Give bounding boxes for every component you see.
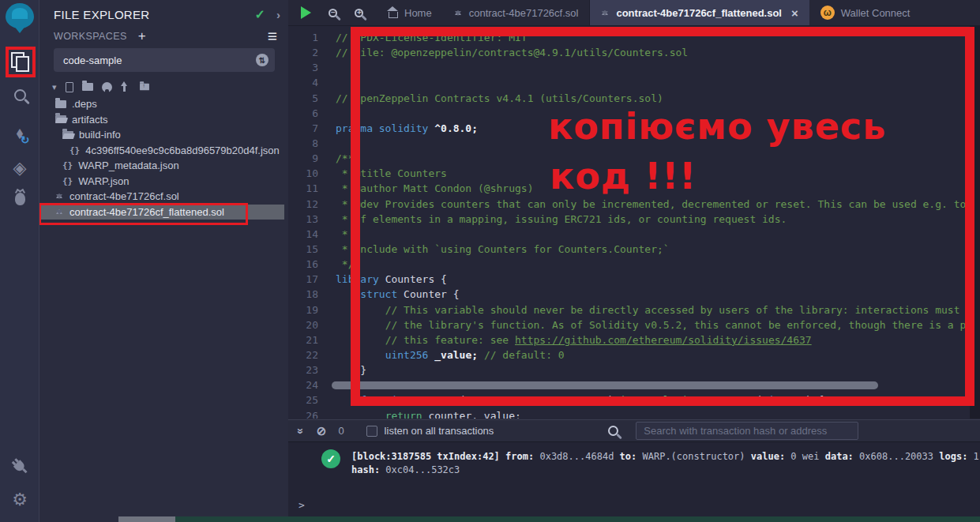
clear-transactions-icon[interactable]: ⊘ <box>317 424 327 438</box>
tree-item-artifacts[interactable]: artifacts <box>39 112 288 128</box>
code-line-8[interactable]: 8 <box>288 136 970 151</box>
code-line-14[interactable]: 14 * <box>288 227 970 242</box>
upload-folder-icon[interactable] <box>140 84 149 91</box>
line-number: 14 <box>288 228 336 240</box>
code-line-2[interactable]: 2// File: @openzeppelin/contracts@4.9.1/… <box>288 45 970 60</box>
wallet-connect-icon <box>820 6 835 20</box>
line-number: 18 <box>288 288 336 300</box>
run-script-button[interactable] <box>301 6 311 19</box>
code-line-25[interactable]: 25 function current(Counter storage coun… <box>288 392 970 407</box>
code-line-18[interactable]: 18 struct Counter { <box>288 287 970 302</box>
sidebar-item-solidity-compiler[interactable]: ⬧↻ <box>0 125 39 141</box>
bottom-scrollbar-track[interactable] <box>118 516 980 522</box>
tree-item-contract-4be71726cf-flattened-sol[interactable]: contract-4be71726cf_flattened.sol <box>39 205 284 220</box>
line-number: 4 <box>288 77 336 88</box>
code-line-17[interactable]: 17library Counters { <box>288 272 970 287</box>
sidebar-item-file-explorer[interactable] <box>0 52 39 69</box>
zoom-out-icon[interactable]: − <box>329 9 337 17</box>
code-line-12[interactable]: 12 * @dev Provides counters that can onl… <box>288 197 970 212</box>
tree-item-4c396ff540ee9c9c6ba8d96579b20d4f-json[interactable]: {}4c396ff540ee9c9c6ba8d96579b20d4f.json <box>39 143 288 159</box>
tree-item--deps[interactable]: .deps <box>39 96 288 112</box>
line-number: 26 <box>288 410 336 419</box>
code-line-5[interactable]: 5// OpenZeppelin Contracts v4.4.1 (utils… <box>288 91 970 106</box>
sidebar-item-debugger[interactable] <box>0 193 39 205</box>
tab-contract-label: contract-4be71726cf.sol <box>469 7 579 19</box>
file-name: artifacts <box>72 114 108 126</box>
hamburger-menu-icon[interactable]: ≡ <box>268 30 277 43</box>
sidebar-item-deploy-run[interactable]: ◈ <box>0 160 39 177</box>
app-logo[interactable] <box>0 3 39 28</box>
line-number: 10 <box>288 167 336 179</box>
line-number: 20 <box>288 319 336 331</box>
sidebar-item-plugin-manager[interactable] <box>0 458 39 471</box>
code-line-11[interactable]: 11 * @author Matt Condon (@shrugs) <box>288 181 970 196</box>
solidity-file-icon <box>55 206 64 218</box>
new-file-icon[interactable] <box>66 82 73 92</box>
code-line-13[interactable]: 13 * of elements in a mapping, issuing E… <box>288 212 970 227</box>
code-line-6[interactable]: 6 <box>288 106 970 121</box>
code-line-10[interactable]: 10 * @title Counters <box>288 166 970 181</box>
transaction-log[interactable]: ✓ [block:3187585 txIndex:42] from: 0x3d8… <box>288 442 980 477</box>
terminal-prompt[interactable]: > <box>299 499 305 511</box>
add-workspace-button[interactable]: + <box>138 28 146 44</box>
check-icon[interactable]: ✓ <box>255 7 265 22</box>
collapse-caret-icon[interactable]: ▾ <box>52 82 57 92</box>
editor-vertical-scrollbar[interactable] <box>970 26 980 419</box>
tree-item-warp-json[interactable]: {}WARP.json <box>39 174 288 190</box>
line-number: 22 <box>288 349 336 361</box>
sidebar-item-settings[interactable]: ⚙ <box>0 491 39 509</box>
upload-file-icon[interactable] <box>121 82 130 92</box>
file-name: WARP.json <box>78 175 129 187</box>
workspace-select[interactable]: code-sample ⇅ <box>54 48 275 72</box>
code-line-16[interactable]: 16 */ <box>288 257 970 272</box>
code-line-9[interactable]: 9/** <box>288 151 970 166</box>
folder-open-icon <box>62 131 73 139</box>
chevron-right-icon[interactable]: › <box>276 8 280 21</box>
folder-icon <box>55 100 66 108</box>
workspace-sort-icon[interactable]: ⇅ <box>256 54 268 66</box>
tab-home[interactable]: Home <box>377 0 443 25</box>
listen-checkbox[interactable] <box>366 426 377 437</box>
code-line-21[interactable]: 21 // this feature: see https://github.c… <box>288 332 970 347</box>
terminal-search-input[interactable] <box>636 422 858 440</box>
tab-wallet-connect[interactable]: Wallet Connect <box>809 0 922 25</box>
code-line-26[interactable]: 26 return counter._value; <box>288 408 970 419</box>
file-name: contract-4be71726cf_flattened.sol <box>69 206 224 218</box>
expand-terminal-icon[interactable]: » <box>295 428 307 434</box>
editor-horizontal-scrollbar-thumb[interactable] <box>332 381 878 389</box>
solidity-file-icon <box>601 7 610 19</box>
code-line-4[interactable]: 4 <box>288 75 970 90</box>
close-tab-icon[interactable]: × <box>791 6 798 20</box>
plug-icon <box>13 460 26 472</box>
line-number: 6 <box>288 107 336 119</box>
line-number: 25 <box>288 394 336 406</box>
new-folder-icon[interactable] <box>82 83 93 91</box>
tab-flattened-label: contract-4be71726cf_flattened.sol <box>616 7 782 19</box>
file-explorer-icon <box>11 52 28 69</box>
log-line: hash: 0xc04...532c3 <box>351 464 980 477</box>
code-line-22[interactable]: 22 uint256 _value; // default: 0 <box>288 347 970 362</box>
tree-item-build-info[interactable]: build-info <box>39 127 288 143</box>
success-check-icon: ✓ <box>321 449 340 468</box>
code-line-20[interactable]: 20 // the library's function. As of Soli… <box>288 317 970 332</box>
line-number: 5 <box>288 92 336 104</box>
code-line-7[interactable]: 7pragma solidity ^0.8.0; <box>288 121 970 136</box>
bottom-scrollbar-thumb[interactable] <box>118 516 175 522</box>
tab-contract-sol[interactable]: contract-4be71726cf.sol <box>443 0 590 25</box>
clone-github-icon[interactable] <box>102 82 112 92</box>
sidebar-item-search[interactable] <box>0 89 39 101</box>
code-line-19[interactable]: 19 // This variable should never be dire… <box>288 302 970 317</box>
line-number: 12 <box>288 198 336 210</box>
tree-item-contract-4be71726cf-sol[interactable]: contract-4be71726cf.sol <box>39 189 288 205</box>
code-line-3[interactable]: 3 <box>288 60 970 75</box>
zoom-in-icon[interactable]: + <box>355 9 363 17</box>
code-editor[interactable]: 1// SPDX-License-Identifier: MIT2// File… <box>288 26 970 419</box>
file-name: 4c396ff540ee9c9c6ba8d96579b20d4f.json <box>85 145 280 156</box>
tab-bar: − + Home contract-4be71726cf.sol contrac… <box>288 0 980 26</box>
tab-contract-flattened-sol[interactable]: contract-4be71726cf_flattened.sol × <box>589 0 809 25</box>
tree-item-warp-metadata-json[interactable]: {}WARP_metadata.json <box>39 158 288 174</box>
code-line-1[interactable]: 1// SPDX-License-Identifier: MIT <box>288 30 970 45</box>
code-line-15[interactable]: 15 * Include with `using Counters for Co… <box>288 242 970 257</box>
listen-label: listen on all transactions <box>385 425 494 437</box>
code-line-23[interactable]: 23 } <box>288 362 970 377</box>
